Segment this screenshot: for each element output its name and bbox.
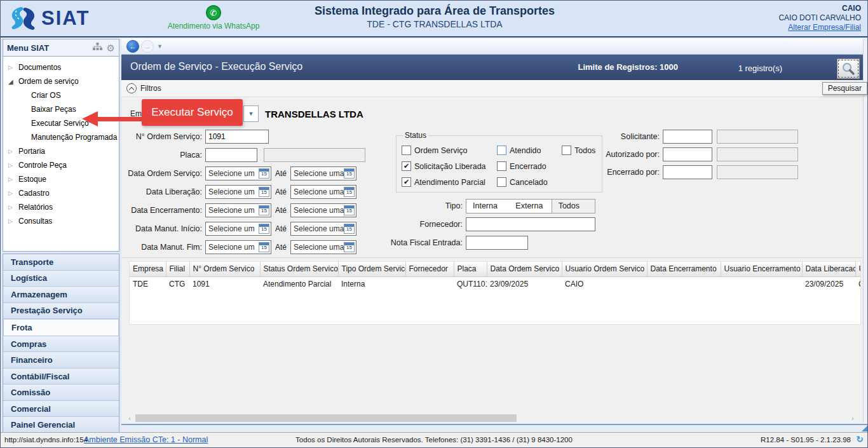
- status-checkbox-atendido[interactable]: Atendido: [497, 146, 562, 155]
- autorizado-input[interactable]: [663, 147, 712, 161]
- placa-row: Placa:: [121, 148, 365, 162]
- scroll-right-icon[interactable]: ›: [848, 415, 857, 422]
- date-to-picker[interactable]: Selecione uma15: [290, 166, 356, 180]
- module-frota[interactable]: Frota: [3, 319, 119, 336]
- cell-empresa: TDE: [130, 276, 166, 292]
- table-row[interactable]: TDE CTG 1091 Atendimento Parcial Interna…: [130, 276, 861, 292]
- gear-icon[interactable]: ⚙: [107, 43, 115, 53]
- date-to-picker[interactable]: Selecione uma15: [290, 185, 356, 199]
- sidebar-item-documentos[interactable]: ▷Documentos: [3, 60, 119, 74]
- ordem-servico-input[interactable]: [205, 130, 269, 144]
- expander-icon[interactable]: ▷: [8, 162, 16, 168]
- vertical-scrollbar[interactable]: [863, 39, 868, 423]
- solicitante-input[interactable]: [663, 130, 712, 144]
- search-button[interactable]: [837, 58, 860, 79]
- module-contabil-fiscal[interactable]: Contábil/Fiscal: [3, 369, 119, 385]
- horizontal-scrollbar[interactable]: ‹ ›: [125, 414, 857, 423]
- column-header[interactable]: Tipo Ordem Servico: [338, 262, 405, 276]
- date-to-picker[interactable]: Selecione uma15: [290, 222, 356, 236]
- status-checkbox-encerrado[interactable]: Encerrado: [497, 161, 562, 171]
- column-header[interactable]: Placa: [454, 262, 487, 276]
- scrollbar-thumb[interactable]: [135, 414, 517, 422]
- expander-icon[interactable]: ▷: [8, 64, 16, 71]
- tipo-option-externa[interactable]: Externa: [509, 200, 552, 213]
- sidebar-item-criar-os[interactable]: Criar OS: [3, 88, 119, 102]
- expander-icon[interactable]: ▷: [8, 204, 16, 210]
- cell-data-liberacao: 23/09/2025: [802, 276, 855, 292]
- column-header[interactable]: N° Ordem Servico: [189, 262, 260, 276]
- module-comercial[interactable]: Comercial: [3, 401, 119, 417]
- autorizado-label: Autorizado por:: [592, 150, 660, 159]
- status-checkbox-ordem-servico[interactable]: Ordem Serviço: [402, 146, 497, 155]
- status-checkbox-cancelado[interactable]: Cancelado: [497, 177, 562, 187]
- date-from-picker[interactable]: Selecione um15: [205, 185, 271, 199]
- column-header[interactable]: Status Ordem Servico: [260, 262, 338, 276]
- sidebar-item-controle-peca[interactable]: ▷Controle Peça: [3, 158, 119, 172]
- column-header[interactable]: Data Liberacao: [802, 262, 855, 276]
- expander-icon[interactable]: ◢: [8, 78, 16, 85]
- sidebar-item-baixar-pecas[interactable]: Baixar Peças: [3, 102, 119, 116]
- date-from-picker[interactable]: Selecione um15: [205, 222, 271, 236]
- sidebar-item-relatorios[interactable]: ▷Relatórios: [3, 200, 119, 214]
- refresh-icon[interactable]: ↻: [856, 434, 864, 444]
- date-from-picker[interactable]: Selecione um15: [205, 203, 271, 217]
- column-header[interactable]: Empresa: [130, 262, 166, 276]
- filters-collapse-bar[interactable]: Filtros: [121, 80, 868, 97]
- module-painel-gerencial[interactable]: Painel Gerencial: [3, 417, 119, 433]
- expander-icon[interactable]: ▷: [8, 218, 16, 224]
- column-header[interactable]: Filial: [166, 262, 189, 276]
- tipo-option-interna[interactable]: Interna: [466, 200, 509, 213]
- status-checkbox-atendimento-parcial[interactable]: Atendimento Parcial: [402, 177, 497, 187]
- sidebar-item-consultas[interactable]: ▷Consultas: [3, 214, 119, 228]
- expander-icon[interactable]: ▷: [8, 176, 16, 182]
- column-header[interactable]: Data Ordem Servico: [487, 262, 562, 276]
- date-to-picker[interactable]: Selecione uma15: [290, 240, 356, 254]
- company-subtitle: TDE - CTG TRANSDELLAS LTDA: [263, 19, 606, 29]
- collapse-chevron-icon[interactable]: [126, 83, 137, 93]
- empresa-dropdown[interactable]: ▼: [243, 105, 259, 122]
- module-armazenagem[interactable]: Armazenagem: [3, 287, 119, 303]
- logo-text: SIAT: [41, 7, 90, 30]
- module-financeiro[interactable]: Financeiro: [3, 352, 119, 369]
- sidebar: Menu SIAT ⚙ ▷Documentos ◢Ordem de serviç…: [1, 39, 121, 433]
- module-prestacao-servico[interactable]: Prestação Serviço: [3, 303, 119, 320]
- calendar-icon: 15: [259, 242, 269, 252]
- fornecedor-input[interactable]: [466, 217, 595, 231]
- expander-icon[interactable]: ▷: [8, 190, 16, 196]
- sidebar-item-portaria[interactable]: ▷Portaria: [3, 144, 119, 158]
- sidebar-item-cadastro[interactable]: ▷Cadastro: [3, 186, 119, 200]
- history-dropdown-icon[interactable]: ▼: [157, 43, 163, 50]
- module-logistica[interactable]: Logística: [3, 271, 119, 287]
- sidebar-item-estoque[interactable]: ▷Estoque: [3, 172, 119, 186]
- placa-input[interactable]: [205, 148, 257, 162]
- status-bar: http://siat.dyndns.info:154 Ambiente Emi…: [1, 432, 867, 447]
- scroll-left-icon[interactable]: ‹: [125, 415, 134, 422]
- column-header[interactable]: Usuario Liberacao: [855, 262, 861, 276]
- main-content: ← → ▼ Ordem de Serviço - Execução Serviç…: [121, 39, 868, 433]
- sidebar-item-manutencao-programada[interactable]: Manutenção Programada: [3, 130, 119, 144]
- resize-grip-icon[interactable]: [862, 426, 867, 431]
- module-transporte[interactable]: Transporte: [3, 254, 119, 271]
- forward-button[interactable]: →: [141, 40, 154, 53]
- change-company-link[interactable]: Alterar Empresa/Filial: [778, 23, 861, 32]
- status-checkbox-solicitacao-liberada[interactable]: Solicitação Liberada: [402, 161, 497, 171]
- nota-fiscal-input[interactable]: [466, 236, 528, 250]
- data-liberacao-row: Data Liberação: Selecione um15 Até Selec…: [121, 185, 365, 199]
- column-header[interactable]: Data Encerramento: [647, 262, 721, 276]
- date-from-picker[interactable]: Selecione um15: [205, 240, 271, 254]
- whatsapp-block[interactable]: ✆ Atendimento via WhatsApp: [153, 5, 274, 31]
- column-header[interactable]: Usuario Ordem Servico: [562, 262, 647, 276]
- encerrado-input[interactable]: [663, 165, 712, 179]
- tipo-option-todos[interactable]: Todos: [552, 199, 595, 214]
- date-to-picker[interactable]: Selecione uma15: [290, 203, 356, 217]
- module-comissao[interactable]: Comissão: [3, 384, 119, 401]
- column-header[interactable]: Usuario Encerramento: [721, 262, 802, 276]
- ambiente-cte-link[interactable]: Ambiente Emissão CTe: 1 - Normal: [84, 435, 208, 444]
- column-header[interactable]: Fornecedor: [405, 262, 454, 276]
- module-compras[interactable]: Compras: [3, 336, 119, 353]
- date-from-picker[interactable]: Selecione um15: [205, 166, 271, 180]
- back-button[interactable]: ←: [126, 40, 139, 53]
- expander-icon[interactable]: ▷: [8, 148, 16, 154]
- sitemap-icon[interactable]: [93, 43, 102, 53]
- sidebar-item-ordem-de-servico[interactable]: ◢Ordem de serviço: [3, 74, 119, 88]
